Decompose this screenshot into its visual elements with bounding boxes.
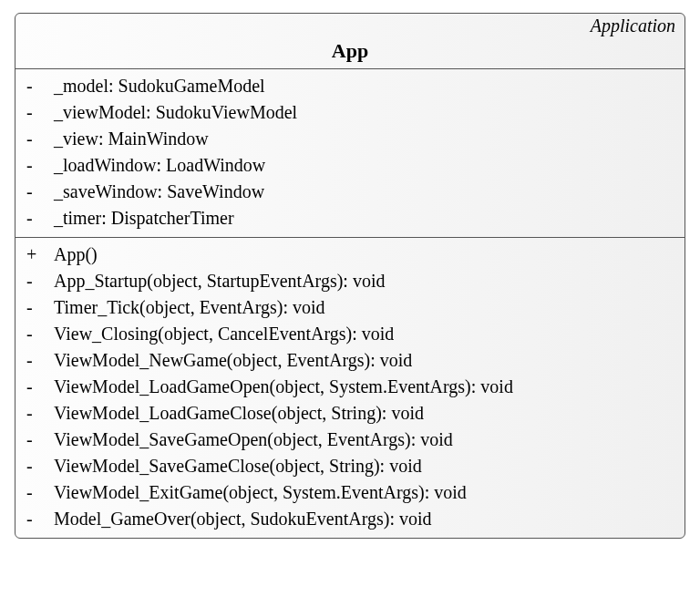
- uml-visibility: -: [25, 179, 50, 205]
- uml-attribute-signature: _saveWindow: SaveWindow: [50, 179, 675, 205]
- uml-visibility: -: [25, 321, 50, 347]
- uml-attribute-row: - _model: SudokuGameModel: [25, 73, 675, 99]
- uml-attribute-signature: _model: SudokuGameModel: [50, 73, 675, 99]
- uml-operation-signature: App_Startup(object, StartupEventArgs): v…: [50, 268, 675, 294]
- uml-attribute-row: - _viewModel: SudokuViewModel: [25, 99, 675, 126]
- uml-attribute-signature: _viewModel: SudokuViewModel: [50, 99, 675, 126]
- uml-visibility: -: [25, 126, 50, 152]
- uml-operation-signature: View_Closing(object, CancelEventArgs): v…: [50, 321, 675, 347]
- uml-attribute-row: - _saveWindow: SaveWindow: [25, 179, 675, 205]
- uml-operation-row: - Timer_Tick(object, EventArgs): void: [25, 294, 675, 321]
- uml-visibility: -: [25, 152, 50, 179]
- uml-operation-signature: Timer_Tick(object, EventArgs): void: [50, 294, 675, 321]
- uml-visibility: -: [25, 73, 50, 99]
- uml-visibility: -: [25, 427, 50, 453]
- uml-visibility: -: [25, 347, 50, 374]
- uml-operation-signature: ViewModel_LoadGameClose(object, String):…: [50, 400, 675, 427]
- uml-operation-row: - ViewModel_SaveGameClose(object, String…: [25, 453, 675, 479]
- uml-operation-row: - View_Closing(object, CancelEventArgs):…: [25, 321, 675, 347]
- uml-class-box: Application App - _model: SudokuGameMode…: [15, 13, 685, 539]
- uml-visibility: -: [25, 374, 50, 400]
- uml-operation-row: - ViewModel_LoadGameClose(object, String…: [25, 400, 675, 427]
- uml-attribute-row: - _timer: DispatcherTimer: [25, 205, 675, 231]
- uml-visibility: -: [25, 205, 50, 231]
- uml-operation-signature: ViewModel_NewGame(object, EventArgs): vo…: [50, 347, 675, 374]
- uml-operation-row: - ViewModel_NewGame(object, EventArgs): …: [25, 347, 675, 374]
- uml-attributes: - _model: SudokuGameModel - _viewModel: …: [15, 69, 685, 238]
- uml-operation-signature: Model_GameOver(object, SudokuEventArgs):…: [50, 506, 675, 532]
- uml-visibility: -: [25, 453, 50, 479]
- uml-attribute-signature: _timer: DispatcherTimer: [50, 205, 675, 231]
- uml-operation-row: - ViewModel_LoadGameOpen(object, System.…: [25, 374, 675, 400]
- uml-operation-row: - Model_GameOver(object, SudokuEventArgs…: [25, 506, 675, 532]
- uml-attribute-signature: _view: MainWindow: [50, 126, 675, 152]
- uml-stereotype: Application: [591, 15, 675, 36]
- uml-operation-signature: App(): [50, 242, 675, 268]
- uml-visibility: +: [25, 242, 50, 268]
- uml-operation-signature: ViewModel_SaveGameClose(object, String):…: [50, 453, 675, 479]
- uml-visibility: -: [25, 268, 50, 294]
- uml-operation-row: + App(): [25, 242, 675, 268]
- uml-operation-row: - ViewModel_SaveGameOpen(object, EventAr…: [25, 427, 675, 453]
- uml-attribute-row: - _view: MainWindow: [25, 126, 675, 152]
- uml-operation-signature: ViewModel_ExitGame(object, System.EventA…: [50, 479, 675, 506]
- uml-visibility: -: [25, 506, 50, 532]
- uml-visibility: -: [25, 479, 50, 506]
- uml-visibility: -: [25, 99, 50, 126]
- uml-operations: + App() - App_Startup(object, StartupEve…: [15, 238, 685, 538]
- uml-class-name: App: [25, 39, 675, 63]
- uml-operation-signature: ViewModel_LoadGameOpen(object, System.Ev…: [50, 374, 675, 400]
- uml-attribute-row: - _loadWindow: LoadWindow: [25, 152, 675, 179]
- uml-operation-row: - App_Startup(object, StartupEventArgs):…: [25, 268, 675, 294]
- uml-operation-row: - ViewModel_ExitGame(object, System.Even…: [25, 479, 675, 506]
- uml-operation-signature: ViewModel_SaveGameOpen(object, EventArgs…: [50, 427, 675, 453]
- uml-visibility: -: [25, 400, 50, 427]
- uml-visibility: -: [25, 294, 50, 321]
- uml-attribute-signature: _loadWindow: LoadWindow: [50, 152, 675, 179]
- uml-header: Application App: [15, 14, 685, 69]
